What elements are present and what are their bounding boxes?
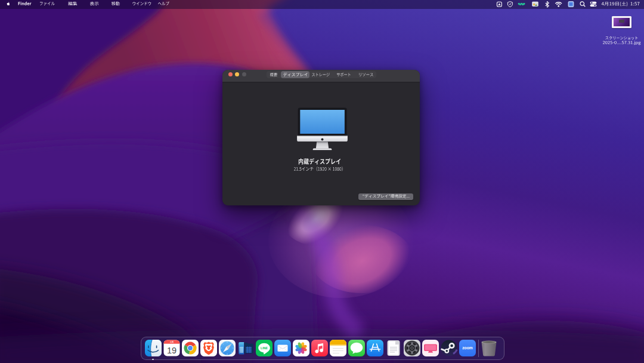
svg-text:zoom: zoom	[462, 346, 473, 350]
svg-text:LINE: LINE	[261, 346, 268, 350]
svg-text:19: 19	[166, 346, 176, 355]
